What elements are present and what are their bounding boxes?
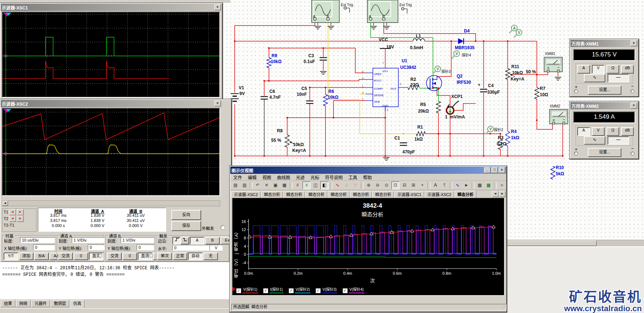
component-label[interactable]: 10kΩ [293, 142, 304, 147]
overlay-traces-icon[interactable]: ∿ [453, 181, 462, 189]
grapher-titlebar[interactable]: 图示仪视图 _ □ × [230, 167, 506, 174]
component-label[interactable]: R9 [272, 53, 277, 58]
component-label[interactable]: R6 [328, 89, 334, 94]
trigger-level-input[interactable]: 0 [172, 245, 210, 251]
tab-scroll-left-icon[interactable]: ◄ [492, 191, 499, 197]
stop-icon[interactable]: ■ [498, 181, 506, 189]
mode-button-自动[interactable]: 自动 [188, 253, 203, 260]
tab-scroll-right-icon[interactable]: ► [499, 191, 506, 197]
ext-trigger-radio[interactable] [220, 225, 225, 230]
component-label[interactable]: 10kΩ [271, 59, 282, 64]
axes-icon[interactable]: ◫ [311, 181, 320, 189]
menu-光标[interactable]: 光标 [308, 174, 322, 180]
component-label[interactable]: V1 [239, 85, 244, 90]
component-label[interactable]: OUT [390, 87, 397, 90]
menu-曲线图[interactable]: 曲线图 [274, 174, 293, 180]
channel-b-radio[interactable] [149, 254, 153, 258]
channel-a-yoffset-input[interactable]: 0 [88, 244, 105, 250]
menu-文件[interactable]: 文件 [230, 174, 245, 180]
save-icon[interactable]: ▥ [241, 181, 249, 189]
component-label[interactable]: 1 mV/mA [445, 114, 465, 120]
component-label[interactable]: XMM1 [545, 52, 555, 56]
component-label[interactable]: R7 [540, 86, 545, 91]
grapher-tab-瞬态分析[interactable]: 瞬态分析 [372, 191, 394, 198]
copy-icon[interactable]: ▣ [272, 181, 280, 189]
channel-b-scale-input[interactable]: 1 V/Div [121, 237, 154, 243]
legend-checkbox[interactable]: ✓ [263, 288, 268, 293]
component-label[interactable]: 4 [362, 77, 363, 80]
component-label[interactable]: R1 [417, 125, 423, 130]
mode-button-0[interactable]: 0 [122, 253, 137, 260]
grapher-tab-示波器-XSC2[interactable]: 示波器-XSC2 [231, 191, 261, 198]
component-label[interactable]: GND [382, 104, 389, 107]
xmm2-titlebar[interactable]: 万用表-XMM2 × [570, 102, 638, 109]
mode-button-交流[interactable]: 交流 [107, 253, 122, 260]
component-label[interactable]: 20kΩ [418, 109, 429, 114]
t1-left-button[interactable]: ◄ [9, 209, 16, 215]
trace-dots-icon[interactable]: ∵ [351, 181, 360, 189]
component-label[interactable]: R5 [420, 102, 426, 107]
component-label[interactable]: IRF530 [457, 80, 471, 85]
component-label[interactable]: 0.1uF [304, 59, 315, 64]
channel-a-scale-input[interactable]: 1 V/Div [72, 237, 105, 243]
component-label[interactable]: U1 [402, 58, 407, 63]
grapher-window[interactable]: 图示仪视图 _ □ × 文件编辑视图曲线图光迹光标符号说明工具帮助 ▤▥↶✕▣▦… [230, 166, 507, 312]
component-label[interactable]: RTCT [374, 79, 382, 82]
component-label[interactable]: VFB [374, 100, 380, 103]
component-label[interactable]: 探针2 [494, 127, 503, 132]
component-label[interactable]: R11 [511, 64, 519, 69]
edge-rising-icon[interactable] [172, 237, 181, 244]
component-label[interactable]: 5 [387, 109, 388, 112]
multimeter-mode-Ω[interactable]: Ω [606, 127, 619, 136]
component-label[interactable]: 4.7nF [269, 95, 281, 100]
component-label[interactable]: Key=A [292, 148, 306, 153]
multimeter-mode-A[interactable]: A [577, 65, 590, 74]
open-icon[interactable]: ▤ [231, 181, 240, 189]
xmm2-dc-button[interactable]: — [608, 136, 629, 145]
xmm2-ac-button[interactable]: ∿ [584, 136, 605, 145]
bottom-tab-结果[interactable]: 结果 [1, 300, 15, 307]
mode-button-添加[interactable]: 添加 [19, 253, 34, 260]
mode-button-正常[interactable]: 正常 [173, 253, 187, 260]
bottom-tab-网络[interactable]: 网络 [16, 300, 31, 307]
multimeter-mode-A[interactable]: A [577, 127, 590, 136]
maximize-icon[interactable]: □ [491, 167, 498, 173]
grid-icon[interactable]: # [293, 181, 302, 189]
t2-left-button[interactable]: ◄ [9, 216, 16, 222]
oscilloscope-xsc1-window[interactable]: 示波器-XSC1 × [0, 3, 223, 100]
invert-colors-icon[interactable]: ◧ [320, 181, 329, 189]
xmm1-titlebar[interactable]: 万用表-XMM1 × [570, 40, 638, 47]
component-label[interactable]: 0.5mH [410, 45, 423, 50]
component-label[interactable]: 探针4 [462, 52, 471, 58]
close-icon[interactable]: × [499, 167, 505, 173]
menu-光迹[interactable]: 光迹 [293, 174, 308, 180]
mode-button-交流[interactable]: 交流 [58, 253, 73, 260]
component-label[interactable]: A [313, 15, 316, 19]
component-label[interactable]: 55 % [271, 138, 281, 143]
oscilloscope-xsc2-window[interactable]: 示波器-XSC2 × ◄ T1 ◄ ► T2 ◄ ► T2-T1 时间通道_A通… [0, 99, 232, 263]
delete-icon[interactable]: ✕ [262, 181, 271, 189]
mode-button-A[interactable]: A [190, 237, 204, 244]
component-label[interactable]: COMP [374, 87, 383, 90]
dots-icon[interactable]: ∴ [343, 181, 351, 189]
component-label[interactable]: 330μF [487, 90, 500, 95]
multimeter-mode-dB[interactable]: dB [621, 127, 634, 136]
bottom-tab-仿真[interactable]: 仿真 [70, 300, 85, 308]
reverse-button[interactable]: 反向 [171, 210, 201, 220]
bottom-tab-元器件[interactable]: 元器件 [31, 300, 50, 307]
component-label[interactable]: R4 [511, 129, 516, 134]
menu-帮助[interactable]: 帮助 [360, 174, 375, 180]
component-label[interactable]: 1 [362, 85, 363, 88]
component-label[interactable]: 470pF [402, 149, 415, 154]
component-label[interactable]: D4 [464, 28, 469, 34]
legend-checkbox[interactable]: ✓ [343, 288, 348, 293]
paste-icon[interactable]: ▦ [280, 181, 289, 189]
component-label[interactable]: XMM2 [550, 104, 560, 108]
component-label[interactable]: 1kΩ [414, 137, 423, 142]
mode-button-B/A[interactable]: B/A [34, 253, 49, 260]
grapher-tab-示波器-XSC1[interactable]: 示波器-XSC1 [394, 191, 424, 198]
component-label[interactable]: 6 [400, 82, 401, 86]
undo-icon[interactable]: ↶ [254, 181, 262, 189]
component-label[interactable]: SENSE [374, 94, 384, 97]
component-label[interactable]: Ext Trig [341, 3, 353, 7]
